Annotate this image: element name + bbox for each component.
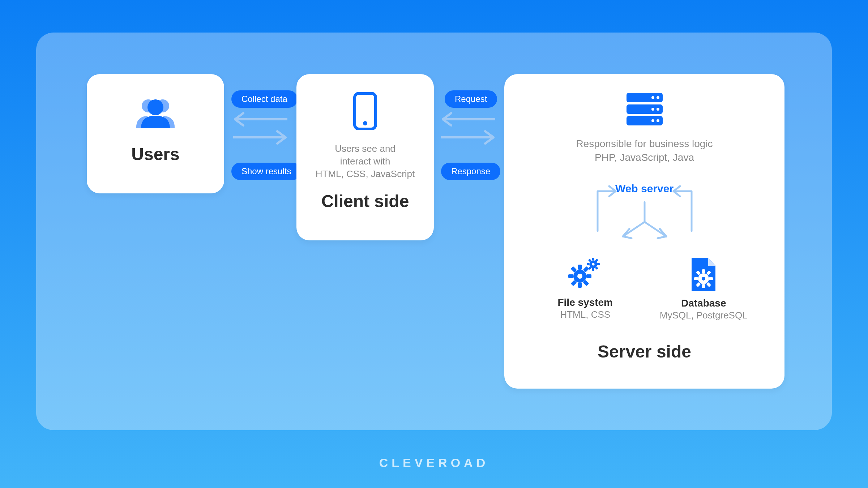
arrows-users-client <box>233 112 287 145</box>
svg-rect-18 <box>586 274 591 278</box>
svg-rect-27 <box>587 263 589 265</box>
svg-rect-16 <box>578 283 582 288</box>
svg-point-33 <box>592 263 594 265</box>
client-desc-1: Users see and <box>296 142 434 155</box>
svg-rect-37 <box>694 277 698 280</box>
server-desc: Responsible for business logic <box>504 137 784 151</box>
brand-label: CLEVEROAD <box>0 456 868 470</box>
pill-show-results: Show results <box>231 163 301 180</box>
users-card: Users <box>87 74 224 193</box>
svg-rect-38 <box>709 277 713 280</box>
database-title: Database <box>657 297 751 309</box>
svg-rect-28 <box>597 263 600 265</box>
svg-point-2 <box>147 99 163 115</box>
svg-point-13 <box>657 119 659 122</box>
arrows-client-server <box>441 112 495 145</box>
svg-point-4 <box>363 121 367 125</box>
server-card: Responsible for business logic PHP, Java… <box>504 74 784 389</box>
users-title: Users <box>87 144 224 164</box>
pill-collect-data: Collect data <box>231 90 298 108</box>
svg-rect-15 <box>578 265 582 270</box>
pill-response: Response <box>441 163 500 180</box>
svg-point-8 <box>651 96 654 99</box>
svg-rect-36 <box>702 284 705 288</box>
svg-rect-17 <box>568 274 573 278</box>
server-icon <box>504 92 784 128</box>
svg-rect-26 <box>592 268 594 270</box>
database-tech: MySQL, PostgreSQL <box>657 309 751 322</box>
users-icon <box>87 96 224 130</box>
pill-request: Request <box>445 90 497 108</box>
database-block: Database MySQL, PostgreSQL <box>657 256 751 322</box>
client-tech: HTML, CSS, JavaScript <box>296 168 434 180</box>
smartphone-icon <box>296 92 434 132</box>
gears-icon <box>538 256 632 290</box>
svg-point-9 <box>657 96 659 99</box>
svg-point-43 <box>702 277 705 281</box>
filesystem-block: File system HTML, CSS <box>538 256 632 322</box>
svg-point-12 <box>651 119 654 122</box>
svg-point-11 <box>657 108 659 111</box>
svg-rect-25 <box>592 258 594 260</box>
client-desc-2: interact with <box>296 155 434 168</box>
server-tech: PHP, JavaScript, Java <box>504 151 784 164</box>
filesystem-tech: HTML, CSS <box>538 308 632 321</box>
svg-point-23 <box>577 274 582 279</box>
diagram-panel: Users Collect data Show results Users se… <box>36 33 832 430</box>
filesystem-title: File system <box>538 297 632 308</box>
svg-rect-35 <box>702 269 705 273</box>
server-subsystems: File system HTML, CSS <box>504 256 784 322</box>
file-gear-icon <box>657 256 751 294</box>
server-title: Server side <box>504 342 784 361</box>
client-title: Client side <box>296 191 434 211</box>
client-card: Users see and interact with HTML, CSS, J… <box>296 74 434 240</box>
svg-point-10 <box>651 108 654 111</box>
server-branch-arrows <box>504 195 784 256</box>
